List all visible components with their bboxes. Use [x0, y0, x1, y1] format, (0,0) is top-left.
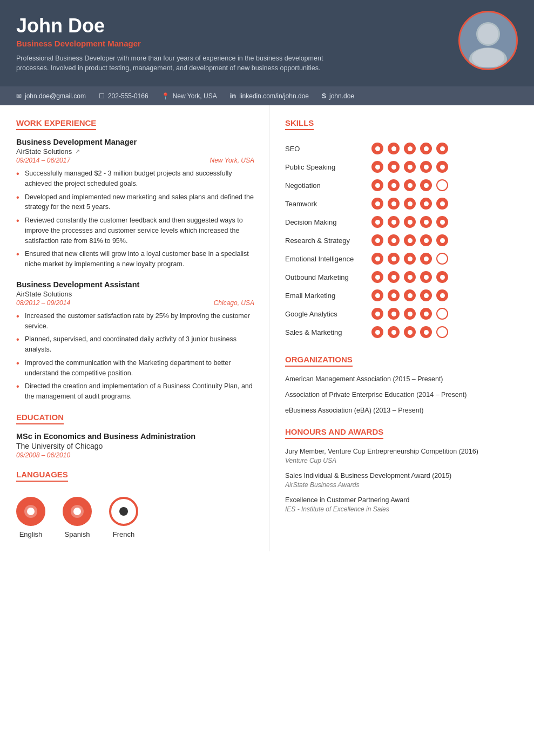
- skill-dots: [371, 161, 518, 173]
- org-item: American Management Association (2015 – …: [285, 374, 518, 384]
- contact-bar: ✉ john.doe@gmail.com ☐ 202-555-0166 📍 Ne…: [0, 86, 534, 105]
- award-item: Excellence in Customer Partnering AwardI…: [285, 495, 518, 513]
- filled-dot: [436, 216, 448, 228]
- edu-1-degree: MSc in Economics and Business Administra…: [16, 432, 254, 441]
- skill-dots: [371, 289, 518, 301]
- award-org: Venture Cup USA: [285, 457, 518, 464]
- skill-name: Emotional Intelligence: [285, 251, 371, 266]
- filled-dot: [404, 161, 416, 173]
- work-experience-section: WORK EXPERIENCE Business Development Man…: [16, 118, 254, 402]
- job-1: Business Development Manager AirState So…: [16, 138, 254, 269]
- lang-spanish: Spanish: [63, 497, 92, 538]
- svg-point-5: [27, 508, 35, 515]
- skill-name: Research & Strategy: [285, 233, 371, 248]
- filled-dot: [388, 271, 400, 283]
- filled-dot: [404, 271, 416, 283]
- skill-dots-cell: [371, 288, 518, 303]
- honours-title: HONOURS AND AWARDS: [285, 427, 383, 439]
- skill-row: Research & Strategy: [285, 233, 518, 248]
- job-1-meta: 09/2014 – 06/2017 New York, USA: [16, 157, 254, 164]
- filled-dot: [404, 308, 416, 320]
- skype-contact: S john.doe: [322, 92, 354, 100]
- org-item: eBusiness Association (eBA) (2013 – Pres…: [285, 406, 518, 416]
- filled-dot: [436, 289, 448, 301]
- award-org: AirState Business Awards: [285, 481, 518, 489]
- phone-icon: ☐: [99, 92, 105, 100]
- org-item: Association of Private Enterprise Educat…: [285, 390, 518, 400]
- filled-dot: [436, 271, 448, 283]
- filled-dot: [371, 271, 383, 283]
- linkedin-value: linkedin.com/in/john.doe: [239, 92, 309, 100]
- filled-dot: [436, 143, 448, 154]
- lang-french-label: French: [113, 530, 134, 538]
- job-2-location: Chicago, USA: [214, 299, 254, 307]
- name: John Doe: [16, 15, 518, 37]
- filled-dot: [371, 143, 383, 154]
- skills-title: SKILLS: [285, 118, 314, 130]
- skill-row: Negotiation: [285, 178, 518, 193]
- lang-spanish-circle: [63, 497, 92, 526]
- filled-dot: [404, 198, 416, 210]
- list-item: Successfully managed $2 - 3 million budg…: [16, 168, 254, 189]
- location-value: New York, USA: [173, 92, 217, 100]
- award-title: Sales Individual & Business Development …: [285, 471, 518, 481]
- filled-dot: [388, 198, 400, 210]
- filled-dot: [420, 179, 432, 191]
- filled-dot: [388, 161, 400, 173]
- filled-dot: [388, 179, 400, 191]
- email-icon: ✉: [16, 92, 22, 100]
- filled-dot: [388, 234, 400, 246]
- skill-row: Outbound Marketing: [285, 269, 518, 285]
- skill-dots: [371, 179, 518, 191]
- filled-dot: [371, 161, 383, 173]
- filled-dot: [371, 179, 383, 191]
- filled-dot: [371, 253, 383, 265]
- organizations-section: ORGANIZATIONS American Management Associ…: [285, 355, 518, 415]
- filled-dot: [371, 234, 383, 246]
- skill-dots-cell: [371, 269, 518, 285]
- empty-dot: [436, 308, 448, 320]
- language-items: English Spanish: [16, 497, 254, 538]
- job-1-company: AirState Solutions ↗: [16, 147, 254, 156]
- svg-point-7: [73, 508, 81, 515]
- svg-point-8: [119, 507, 128, 516]
- skill-dots: [371, 253, 518, 265]
- linkedin-icon: in: [230, 92, 236, 100]
- list-item: Developed and implemented new marketing …: [16, 192, 254, 213]
- lang-english-circle: [16, 497, 45, 526]
- organizations-title: ORGANIZATIONS: [285, 355, 353, 367]
- job-1-dates: 09/2014 – 06/2017: [16, 157, 70, 164]
- phone-contact: ☐ 202-555-0166: [99, 92, 148, 100]
- languages-section: LANGUAGES English: [16, 470, 254, 538]
- edu-1: MSc in Economics and Business Administra…: [16, 432, 254, 459]
- filled-dot: [404, 326, 416, 338]
- job-title: Business Development Manager: [16, 39, 518, 48]
- award-title: Jury Member, Venture Cup Entrepreneurshi…: [285, 447, 518, 457]
- skill-name: SEO: [285, 141, 371, 156]
- list-item: Directed the creation and implementation…: [16, 381, 254, 402]
- filled-dot: [404, 234, 416, 246]
- skill-row: Email Marketing: [285, 288, 518, 303]
- skill-dots: [371, 271, 518, 283]
- external-link-icon: ↗: [75, 148, 80, 155]
- skill-dots-cell: [371, 325, 518, 340]
- empty-dot: [436, 326, 448, 338]
- filled-dot: [436, 234, 448, 246]
- skill-dots: [371, 143, 518, 154]
- filled-dot: [388, 216, 400, 228]
- filled-dot: [420, 308, 432, 320]
- list-item: Improved the communication with the Mark…: [16, 358, 254, 379]
- skype-value: john.doe: [329, 92, 354, 100]
- edu-1-school: The University of Chicago: [16, 442, 254, 450]
- job-1-bullets: Successfully managed $2 - 3 million budg…: [16, 168, 254, 269]
- skill-row: SEO: [285, 141, 518, 156]
- filled-dot: [404, 143, 416, 154]
- lang-english-label: English: [19, 530, 43, 538]
- filled-dot: [436, 198, 448, 210]
- skill-name: Email Marketing: [285, 288, 371, 303]
- email-value: john.doe@gmail.com: [25, 92, 86, 100]
- skill-dots-cell: [371, 233, 518, 248]
- skill-row: Decision Making: [285, 214, 518, 230]
- empty-dot: [436, 253, 448, 265]
- job-2-title: Business Development Assistant: [16, 280, 254, 289]
